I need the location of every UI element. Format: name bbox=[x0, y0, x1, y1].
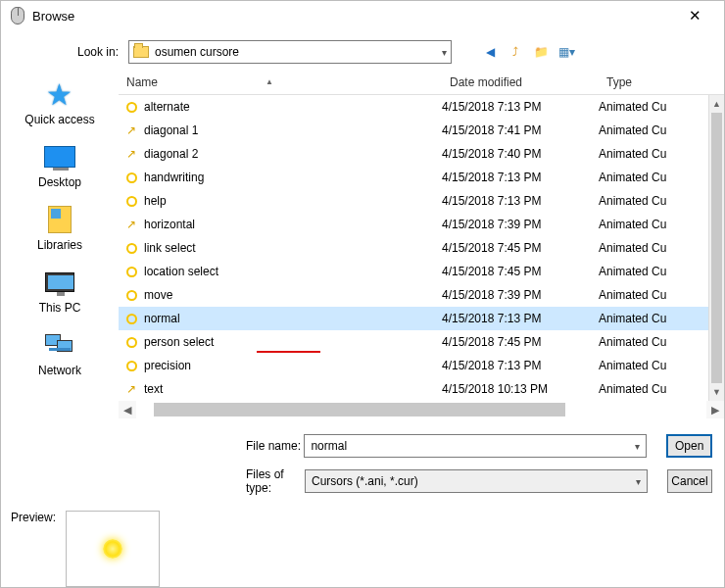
cursor-circle-icon bbox=[119, 361, 144, 371]
cursor-circle-icon bbox=[119, 102, 144, 113]
file-type: Animated Cu bbox=[599, 147, 724, 161]
file-date: 4/15/2018 7:13 PM bbox=[442, 359, 599, 372]
network-icon bbox=[45, 334, 74, 356]
place-quick-access[interactable]: ★ Quick access bbox=[24, 77, 94, 126]
file-row[interactable]: normal4/15/2018 7:13 PMAnimated Cu bbox=[119, 307, 724, 330]
cursor-circle-icon bbox=[119, 337, 144, 348]
preview-box bbox=[66, 511, 160, 587]
hscroll-track[interactable] bbox=[136, 401, 706, 418]
file-name: location select bbox=[144, 265, 442, 278]
file-row[interactable]: move4/15/2018 7:39 PMAnimated Cu bbox=[119, 283, 724, 307]
file-type: Animated Cu bbox=[599, 265, 724, 278]
star-icon: ★ bbox=[46, 77, 72, 112]
chevron-down-icon: ▾ bbox=[636, 476, 641, 487]
file-type: Animated Cu bbox=[599, 382, 724, 396]
col-header-date[interactable]: Date modified bbox=[442, 75, 599, 89]
file-name: move bbox=[144, 288, 442, 302]
window-title: Browse bbox=[32, 9, 675, 24]
file-row[interactable]: person select4/15/2018 7:45 PMAnimated C… bbox=[119, 330, 724, 354]
scroll-up-icon[interactable]: ▲ bbox=[709, 95, 724, 113]
cancel-button[interactable]: Cancel bbox=[667, 469, 712, 493]
new-folder-icon[interactable]: 📁 bbox=[532, 43, 550, 61]
file-row[interactable]: link select4/15/2018 7:45 PMAnimated Cu bbox=[119, 236, 724, 260]
file-date: 4/15/2018 7:45 PM bbox=[442, 241, 599, 255]
preview-label: Preview: bbox=[11, 511, 56, 524]
vertical-scrollbar[interactable]: ▲ ▼ bbox=[708, 95, 724, 401]
horizontal-scrollbar[interactable]: ◀ ▶ bbox=[119, 401, 724, 418]
file-date: 4/15/2018 7:45 PM bbox=[442, 335, 599, 349]
file-date: 4/15/2018 7:13 PM bbox=[442, 100, 599, 114]
cursor-circle-icon bbox=[119, 290, 144, 301]
place-libraries[interactable]: Libraries bbox=[37, 203, 82, 252]
lookin-combo[interactable]: osumen cursore ▾ bbox=[128, 40, 452, 64]
place-desktop[interactable]: Desktop bbox=[38, 140, 81, 189]
filename-combo[interactable]: normal ▾ bbox=[304, 434, 647, 458]
chevron-down-icon: ▾ bbox=[442, 47, 447, 58]
file-date: 4/15/2018 10:13 PM bbox=[442, 382, 599, 396]
place-label: Libraries bbox=[37, 238, 82, 252]
cursor-arrow-icon: ↗ bbox=[119, 218, 144, 231]
place-label: Quick access bbox=[24, 113, 94, 126]
mouse-icon bbox=[11, 7, 24, 24]
hscroll-thumb[interactable] bbox=[154, 403, 565, 416]
file-row[interactable]: precision4/15/2018 7:13 PMAnimated Cu bbox=[119, 354, 724, 377]
file-date: 4/15/2018 7:13 PM bbox=[442, 194, 599, 208]
folder-icon bbox=[133, 46, 149, 58]
file-date: 4/15/2018 7:45 PM bbox=[442, 265, 599, 278]
col-header-name[interactable]: Name ▲ bbox=[119, 75, 442, 89]
up-icon[interactable]: ⤴ bbox=[507, 43, 524, 61]
scroll-down-icon[interactable]: ▼ bbox=[709, 383, 724, 401]
file-row[interactable]: alternate4/15/2018 7:13 PMAnimated Cu bbox=[119, 95, 724, 119]
place-label: This PC bbox=[39, 301, 81, 315]
view-menu-icon[interactable]: ▦▾ bbox=[557, 43, 575, 61]
lookin-label: Look in: bbox=[1, 45, 128, 59]
file-row[interactable]: ↗text4/15/2018 10:13 PMAnimated Cu bbox=[119, 377, 724, 401]
cursor-preview-icon bbox=[103, 539, 122, 559]
scroll-right-icon[interactable]: ▶ bbox=[706, 401, 724, 418]
file-list-area: Name ▲ Date modified Type alternate4/15/… bbox=[119, 70, 724, 501]
scroll-left-icon[interactable]: ◀ bbox=[119, 401, 136, 418]
cursor-circle-icon bbox=[119, 196, 144, 207]
file-name: handwriting bbox=[144, 171, 442, 184]
file-name: link select bbox=[144, 241, 442, 255]
cursor-arrow-icon: ↗ bbox=[119, 147, 144, 161]
file-type: Animated Cu bbox=[599, 359, 724, 372]
col-header-type[interactable]: Type bbox=[599, 75, 708, 89]
file-type: Animated Cu bbox=[599, 218, 724, 231]
lookin-value: osumen cursore bbox=[155, 45, 442, 59]
file-type: Animated Cu bbox=[599, 312, 724, 325]
places-bar: ★ Quick access Desktop Libraries This PC… bbox=[1, 70, 119, 501]
file-row[interactable]: ↗diagonal 14/15/2018 7:41 PMAnimated Cu bbox=[119, 119, 724, 142]
file-name: diagonal 1 bbox=[144, 123, 442, 137]
file-row[interactable]: ↗horizontal4/15/2018 7:39 PMAnimated Cu bbox=[119, 213, 724, 236]
filename-value: normal bbox=[311, 439, 635, 453]
filename-label: File name: bbox=[119, 439, 304, 453]
filetype-combo[interactable]: Cursors (*.ani, *.cur) ▾ bbox=[305, 469, 648, 493]
annotation-underline bbox=[257, 351, 320, 353]
scroll-thumb[interactable] bbox=[711, 113, 722, 387]
place-network[interactable]: Network bbox=[38, 328, 81, 377]
file-rows: alternate4/15/2018 7:13 PMAnimated Cu↗di… bbox=[119, 95, 724, 401]
file-row[interactable]: handwriting4/15/2018 7:13 PMAnimated Cu bbox=[119, 166, 724, 189]
file-date: 4/15/2018 7:41 PM bbox=[442, 123, 599, 137]
file-type: Animated Cu bbox=[599, 241, 724, 255]
filetype-label: Files of type: bbox=[119, 467, 305, 495]
file-name: help bbox=[144, 194, 442, 208]
place-thispc[interactable]: This PC bbox=[39, 266, 81, 315]
file-type: Animated Cu bbox=[599, 194, 724, 208]
preview-row: Preview: bbox=[1, 501, 724, 587]
file-row[interactable]: ↗diagonal 24/15/2018 7:40 PMAnimated Cu bbox=[119, 142, 724, 166]
file-type: Animated Cu bbox=[599, 335, 724, 349]
file-type: Animated Cu bbox=[599, 123, 724, 137]
file-row[interactable]: location select4/15/2018 7:45 PMAnimated… bbox=[119, 260, 724, 283]
cursor-circle-icon bbox=[119, 243, 144, 254]
file-date: 4/15/2018 7:39 PM bbox=[442, 288, 599, 302]
file-name: normal bbox=[144, 312, 442, 325]
cursor-circle-icon bbox=[119, 267, 144, 277]
open-button[interactable]: Open bbox=[666, 434, 712, 458]
browse-dialog: Browse ✕ Look in: osumen cursore ▾ ◀ ⤴ 📁… bbox=[0, 0, 725, 588]
back-icon[interactable]: ◀ bbox=[481, 43, 499, 61]
close-button[interactable]: ✕ bbox=[675, 1, 714, 30]
file-row[interactable]: help4/15/2018 7:13 PMAnimated Cu bbox=[119, 189, 724, 213]
file-date: 4/15/2018 7:40 PM bbox=[442, 147, 599, 161]
